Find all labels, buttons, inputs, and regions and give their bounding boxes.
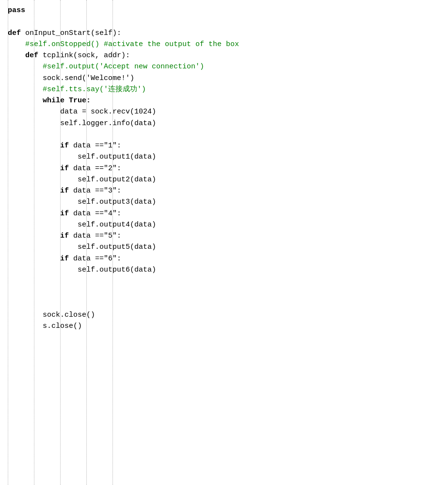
code-line	[0, 275, 448, 287]
keyword-token: def	[25, 50, 38, 61]
keyword-token: pass	[8, 5, 25, 16]
code-line: if data =="3":	[0, 185, 448, 196]
code-line: #self.tts.say('连接成功')	[0, 84, 448, 95]
code-line: sock.close()	[0, 309, 448, 321]
code-line: data = sock.recv(1024)	[0, 106, 448, 117]
code-token: tcplink(sock, addr):	[38, 50, 130, 61]
keyword-token: while True:	[43, 95, 91, 106]
keyword-token: if	[60, 140, 69, 151]
code-line: self.output1(data)	[0, 151, 448, 162]
code-line: self.output2(data)	[0, 174, 448, 185]
code-line: if data =="2":	[0, 163, 448, 174]
code-line	[0, 16, 448, 27]
keyword-token: if	[60, 163, 69, 174]
keyword-token: def	[8, 28, 21, 39]
code-token: self.output5(data)	[8, 242, 156, 253]
comment-token: #self.tts.say('连接成功')	[8, 84, 146, 95]
code-token: onInput_onStart(self):	[21, 28, 121, 39]
code-token: data =="5":	[69, 230, 121, 242]
code-line: sock.send('Welcome!')	[0, 73, 448, 84]
code-token: data =="1":	[69, 140, 121, 151]
code-line	[0, 129, 448, 140]
code-line: if data =="5":	[0, 230, 448, 242]
code-token	[8, 163, 60, 174]
code-token	[8, 50, 25, 61]
code-line	[0, 298, 448, 309]
code-line: if data =="4":	[0, 208, 448, 219]
code-line: self.output6(data)	[0, 264, 448, 275]
code-token: data =="2":	[69, 163, 121, 174]
code-line	[0, 287, 448, 298]
code-editor: pass def onInput_onStart(self): #self.on…	[0, 0, 448, 485]
code-token: data =="4":	[69, 208, 121, 219]
code-line: while True:	[0, 95, 448, 106]
keyword-token: if	[60, 230, 69, 242]
code-token: self.output3(data)	[8, 196, 156, 208]
code-token: data =="3":	[69, 185, 121, 196]
code-token	[8, 140, 60, 151]
code-line: pass	[0, 5, 448, 16]
keyword-token: if	[60, 253, 69, 264]
code-token: s.close()	[8, 321, 82, 332]
code-token	[8, 95, 43, 106]
code-content: pass def onInput_onStart(self): #self.on…	[0, 5, 448, 332]
keyword-token: if	[60, 208, 69, 219]
code-token: self.output1(data)	[8, 151, 156, 162]
code-token: self.output4(data)	[8, 219, 156, 230]
code-token: sock.close()	[8, 309, 95, 321]
code-line: #self.output('Accept new connection')	[0, 61, 448, 72]
code-line: self.logger.info(data)	[0, 118, 448, 129]
code-line: def onInput_onStart(self):	[0, 28, 448, 39]
code-line: def tcplink(sock, addr):	[0, 50, 448, 61]
code-token: self.output2(data)	[8, 174, 156, 185]
code-token: sock.send('Welcome!')	[8, 73, 134, 84]
code-token: data =="6":	[69, 253, 121, 264]
code-token	[8, 208, 60, 219]
code-token: data = sock.recv(1024)	[8, 106, 156, 117]
code-line: s.close()	[0, 321, 448, 332]
code-line: #self.onStopped() #activate the output o…	[0, 39, 448, 50]
code-token: self.logger.info(data)	[8, 118, 156, 129]
keyword-token: if	[60, 185, 69, 196]
code-token	[8, 185, 60, 196]
code-token	[8, 230, 60, 242]
code-line: if data =="1":	[0, 140, 448, 151]
code-token	[8, 253, 60, 264]
code-line: self.output4(data)	[0, 219, 448, 230]
code-token: self.output6(data)	[8, 264, 156, 275]
code-line: self.output3(data)	[0, 196, 448, 208]
code-line: self.output5(data)	[0, 242, 448, 253]
code-line: if data =="6":	[0, 253, 448, 264]
comment-token: #self.onStopped() #activate the output o…	[8, 39, 239, 50]
comment-token: #self.output('Accept new connection')	[8, 61, 204, 72]
